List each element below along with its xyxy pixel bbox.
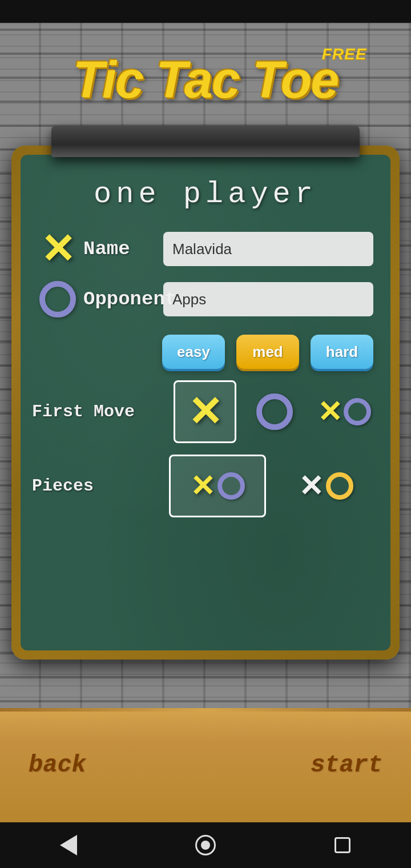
title-area: Tic Tac Toe FREE	[0, 23, 411, 137]
pieces-yellow-option[interactable]: ✕	[169, 455, 266, 517]
first-move-o-option[interactable]	[243, 380, 306, 443]
back-button[interactable]: back	[29, 752, 86, 779]
first-move-x-icon: ✕	[188, 391, 222, 432]
name-row: ✕ Name	[21, 211, 390, 275]
pieces-white-x: ✕	[299, 469, 324, 503]
difficulty-row: easy med hard	[21, 323, 390, 375]
first-move-row: First Move ✕ ✕	[21, 375, 390, 449]
chalkboard-surface: one player ✕ Name Opponent easy med hard…	[21, 155, 390, 650]
pieces-white-option[interactable]: ✕	[277, 455, 374, 517]
pieces-yellow-o	[217, 472, 245, 500]
android-back-button[interactable]	[57, 834, 80, 857]
app-title: Tic Tac Toe FREE	[73, 51, 339, 110]
opponent-row: Opponent	[21, 275, 390, 323]
first-move-o-icon	[256, 393, 293, 430]
start-button[interactable]: start	[311, 752, 382, 779]
chalkboard-frame: one player ✕ Name Opponent easy med hard…	[11, 146, 400, 660]
o-player-icon	[32, 281, 83, 318]
android-nav-bar	[0, 822, 411, 868]
o-ring-icon	[39, 281, 76, 318]
title-text: Tic Tac Toe	[73, 51, 339, 108]
board-heading: one player	[21, 155, 390, 211]
bottom-panel: back start	[0, 708, 411, 822]
x-player-icon: ✕	[32, 228, 83, 270]
title-free-badge: FREE	[322, 45, 367, 63]
android-recents-button[interactable]	[331, 834, 354, 857]
back-triangle-icon	[60, 835, 77, 855]
first-move-xo-o-icon	[344, 398, 371, 425]
name-label: Name	[83, 238, 163, 260]
opponent-label: Opponent	[83, 288, 163, 310]
opponent-input[interactable]	[163, 282, 373, 316]
pieces-yellow-x: ✕	[190, 469, 215, 503]
difficulty-med-button[interactable]: med	[236, 335, 299, 369]
shelf-decoration	[51, 126, 360, 157]
pieces-white-o	[326, 472, 353, 500]
first-move-xo-x-icon: ✕	[317, 397, 342, 427]
first-move-xo-option[interactable]: ✕	[313, 380, 376, 443]
recents-square-icon	[335, 837, 350, 853]
difficulty-easy-button[interactable]: easy	[162, 335, 225, 369]
pieces-label: Pieces	[32, 476, 164, 496]
pieces-row: Pieces ✕ ✕	[21, 449, 390, 529]
name-input[interactable]	[163, 232, 373, 266]
status-bar	[0, 0, 411, 23]
first-move-label: First Move	[32, 402, 170, 421]
difficulty-hard-button[interactable]: hard	[311, 335, 373, 369]
home-circle-icon	[195, 835, 216, 855]
first-move-x-option[interactable]: ✕	[174, 380, 236, 443]
android-home-button[interactable]	[194, 834, 217, 857]
